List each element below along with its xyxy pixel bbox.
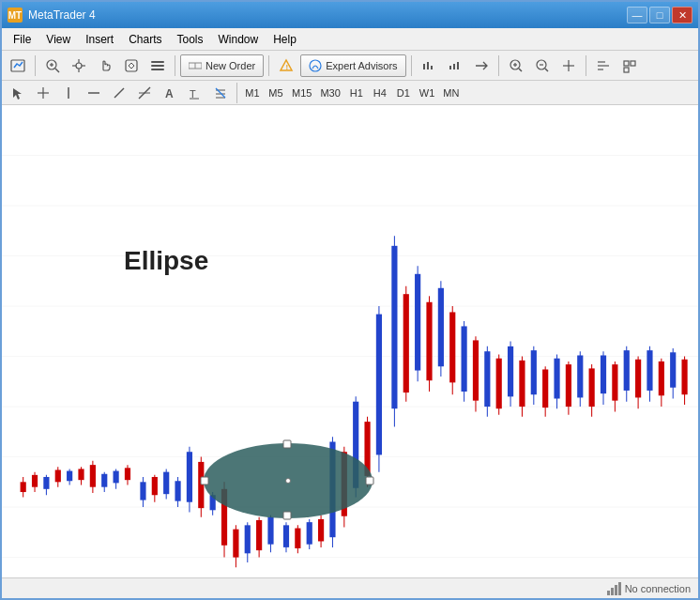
timeframe-m30[interactable]: M30 xyxy=(316,83,343,103)
svg-rect-178 xyxy=(681,360,687,394)
svg-rect-76 xyxy=(78,469,84,480)
menu-window[interactable]: Window xyxy=(211,31,266,48)
svg-rect-164 xyxy=(601,355,606,393)
status-bar: No connection xyxy=(2,577,698,598)
svg-rect-132 xyxy=(415,274,420,371)
svg-rect-104 xyxy=(245,525,251,553)
svg-rect-106 xyxy=(256,520,262,550)
separator-1 xyxy=(35,55,36,76)
tool-zoom-in[interactable] xyxy=(40,54,65,78)
tool-new-chart[interactable] xyxy=(6,54,30,78)
menu-help[interactable]: Help xyxy=(266,31,304,48)
maximize-button[interactable]: □ xyxy=(649,7,670,23)
svg-rect-156 xyxy=(554,359,559,399)
tool-chart-zoom[interactable] xyxy=(417,54,441,78)
tool-properties[interactable] xyxy=(145,54,170,78)
tool-scroll[interactable] xyxy=(119,54,144,78)
svg-rect-90 xyxy=(163,472,169,495)
tool-zoom-out-chart[interactable] xyxy=(530,54,555,78)
title-bar-left: MT MetaTrader 4 xyxy=(8,8,96,23)
minimize-button[interactable]: — xyxy=(627,7,647,23)
menu-charts[interactable]: Charts xyxy=(121,31,169,48)
svg-rect-130 xyxy=(403,294,409,392)
tool-fib[interactable] xyxy=(208,81,233,105)
svg-rect-84 xyxy=(125,468,130,480)
tool-auto-scroll[interactable] xyxy=(469,54,494,78)
tool-diagonal-line[interactable] xyxy=(107,81,131,105)
separator-4 xyxy=(411,55,412,76)
tool-line-tools[interactable] xyxy=(132,81,157,105)
svg-rect-128 xyxy=(391,246,397,408)
separator-6 xyxy=(586,55,586,76)
svg-rect-102 xyxy=(233,530,238,558)
timeframe-m15[interactable]: M15 xyxy=(288,83,315,103)
timeframe-mn[interactable]: MN xyxy=(439,83,463,103)
timeframe-w1[interactable]: W1 xyxy=(416,83,439,103)
svg-rect-110 xyxy=(283,525,289,547)
svg-rect-92 xyxy=(175,481,180,500)
svg-rect-142 xyxy=(473,340,479,400)
svg-line-26 xyxy=(519,69,522,71)
no-connection-text: No connection xyxy=(625,583,691,594)
svg-rect-158 xyxy=(566,364,571,407)
svg-rect-146 xyxy=(496,359,502,409)
ellipse-label: Ellipse xyxy=(124,246,208,276)
svg-rect-80 xyxy=(101,474,107,487)
tool-vertical-line[interactable] xyxy=(56,81,81,105)
svg-rect-13 xyxy=(151,69,164,70)
svg-text:!: ! xyxy=(286,63,289,71)
svg-rect-134 xyxy=(426,302,432,380)
chart-container: Ellipse xyxy=(2,105,698,577)
svg-rect-114 xyxy=(307,522,312,545)
bar2 xyxy=(611,588,614,595)
main-window: MT MetaTrader 4 — □ ✕ File View Insert C… xyxy=(0,0,700,600)
connection-status: No connection xyxy=(607,582,691,595)
svg-rect-170 xyxy=(635,360,641,398)
ellipse-annotation[interactable] xyxy=(199,438,377,523)
svg-rect-138 xyxy=(449,312,455,382)
timeframe-m5[interactable]: M5 xyxy=(265,83,287,103)
svg-rect-88 xyxy=(152,477,158,495)
svg-rect-172 xyxy=(647,350,652,391)
window-title: MetaTrader 4 xyxy=(28,8,96,22)
tool-text2[interactable]: T xyxy=(183,81,207,105)
svg-rect-38 xyxy=(631,61,635,66)
separator-5 xyxy=(498,55,499,76)
new-order-button[interactable]: New Order xyxy=(180,54,264,77)
tool-alert[interactable]: ! xyxy=(274,54,298,78)
svg-text:A: A xyxy=(165,87,174,100)
svg-rect-112 xyxy=(295,529,300,548)
tool-hand[interactable] xyxy=(93,54,117,78)
separator-2 xyxy=(175,55,175,76)
tool-arrow[interactable] xyxy=(6,81,30,105)
chart-area[interactable]: Ellipse xyxy=(2,105,698,577)
timeframe-d1[interactable]: D1 xyxy=(392,83,415,103)
svg-rect-150 xyxy=(519,361,525,407)
tool-crosshair2[interactable] xyxy=(31,81,55,105)
tool-horizontal-line[interactable] xyxy=(82,81,106,105)
tool-more[interactable] xyxy=(591,54,616,78)
tool-crosshair[interactable] xyxy=(67,54,91,78)
tool-chart-fix[interactable] xyxy=(556,54,581,78)
tool-chart-zoom2[interactable] xyxy=(443,54,467,78)
tool-more2[interactable] xyxy=(617,54,642,78)
menu-insert[interactable]: Insert xyxy=(78,31,121,48)
timeframe-m1[interactable]: M1 xyxy=(241,83,264,103)
toolbar-drawing: A T M1 M5 M15 M30 H1 H4 D1 W1 MN xyxy=(2,81,698,105)
tool-text[interactable]: A xyxy=(158,81,182,105)
timeframe-h1[interactable]: H1 xyxy=(345,83,368,103)
timeframe-h4[interactable]: H4 xyxy=(369,83,391,103)
svg-rect-74 xyxy=(67,471,72,482)
close-button[interactable]: ✕ xyxy=(672,7,692,23)
svg-rect-140 xyxy=(462,326,467,392)
bar3 xyxy=(615,585,617,595)
tool-zoom-in-chart[interactable] xyxy=(504,54,528,78)
menu-view[interactable]: View xyxy=(38,31,78,48)
menu-file[interactable]: File xyxy=(6,31,38,48)
svg-rect-70 xyxy=(43,477,49,489)
svg-rect-82 xyxy=(114,471,119,484)
expert-advisors-button[interactable]: Expert Advisors xyxy=(300,54,405,77)
menu-tools[interactable]: Tools xyxy=(170,31,211,48)
separator-3 xyxy=(268,55,269,76)
svg-rect-176 xyxy=(670,352,676,387)
